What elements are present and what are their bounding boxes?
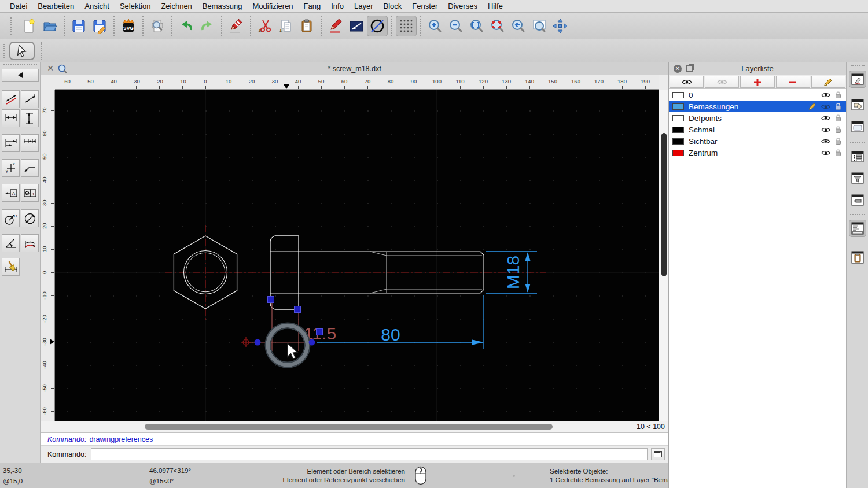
library-dock-button[interactable]	[849, 118, 866, 135]
h-ruler-label: 10	[220, 78, 237, 84]
pen-dock-button[interactable]	[849, 191, 866, 209]
layer-row-icons[interactable]	[821, 114, 841, 122]
edit-layer-button[interactable]	[811, 76, 845, 88]
clipboard-dock-button[interactable]	[849, 249, 866, 266]
layer-row-icons[interactable]	[821, 125, 841, 134]
select-tool-button[interactable]	[9, 42, 35, 60]
command-dock-button[interactable]	[849, 220, 866, 237]
dim-leader-button[interactable]	[21, 159, 39, 177]
palette-back-button[interactable]	[2, 69, 39, 82]
line-tool-button[interactable]	[346, 16, 367, 36]
palette-drag-handle[interactable]	[3, 64, 37, 65]
menu-item-diverses[interactable]: Diverses	[443, 2, 483, 10]
zoom-window-button[interactable]	[529, 16, 550, 36]
save-as-button[interactable]	[89, 16, 110, 36]
toolbar-drag-handle[interactable]	[10, 17, 15, 35]
filter-dock-button[interactable]	[849, 169, 866, 187]
layer-color-swatch[interactable]	[672, 103, 684, 110]
undo-button[interactable]	[176, 16, 197, 36]
dim-ordinate-button[interactable]: xy	[2, 159, 20, 177]
erase-button[interactable]	[226, 16, 247, 36]
command-input[interactable]	[91, 448, 648, 460]
menu-item-bemassung[interactable]: Bemassung	[197, 2, 248, 10]
menu-item-info[interactable]: Info	[326, 2, 349, 10]
layer-row-zentrum[interactable]: Zentrum	[669, 147, 846, 158]
menu-item-selektion[interactable]: Selektion	[115, 2, 156, 10]
zoom-out-button[interactable]	[446, 16, 466, 36]
open-file-button[interactable]	[39, 16, 60, 36]
dim-radius-button[interactable]: R	[2, 209, 20, 227]
pen-style-dock-button[interactable]	[849, 71, 866, 88]
layer-row-icons[interactable]	[821, 149, 841, 157]
dim-horizontal-button[interactable]	[2, 109, 20, 127]
layer-color-swatch[interactable]	[672, 115, 684, 121]
layer-row-defpoints[interactable]: Defpoints	[669, 112, 846, 124]
dim-vertical-button[interactable]	[21, 109, 39, 127]
svg-export-icon: SVG	[121, 19, 136, 34]
dim-label-button[interactable]: A	[2, 184, 20, 202]
menu-item-layer[interactable]: Layer	[349, 2, 378, 10]
dock-drag-handle[interactable]	[851, 65, 865, 66]
dim-continue-button[interactable]	[21, 134, 39, 152]
layer-row-schmal[interactable]: Schmal	[669, 124, 846, 135]
layer-color-swatch[interactable]	[672, 138, 684, 145]
dim-linear-button[interactable]	[21, 90, 39, 108]
export-svg-button[interactable]: SVG	[118, 16, 139, 36]
layer-color-swatch[interactable]	[672, 150, 684, 156]
blocks-dock-button[interactable]	[849, 96, 866, 113]
dim-angular-button[interactable]	[2, 234, 20, 252]
dim-baseline-button[interactable]	[2, 134, 20, 152]
show-all-layers-button[interactable]	[670, 76, 704, 88]
menu-item-datei[interactable]: Datei	[5, 2, 32, 10]
circle-tool-button[interactable]	[367, 16, 388, 36]
command-keyboard-button[interactable]	[651, 448, 665, 460]
menu-item-bearbeiten[interactable]: Bearbeiten	[32, 2, 79, 10]
zoom-selected-button[interactable]	[487, 16, 508, 36]
dim-diameter-button[interactable]	[21, 209, 39, 227]
layer-row-icons[interactable]	[821, 91, 841, 99]
save-button[interactable]	[68, 16, 89, 36]
horizontal-scrollbar-thumb[interactable]	[145, 424, 553, 430]
layer-color-swatch[interactable]	[672, 92, 684, 98]
dim-tolerance-button[interactable]: .1	[21, 184, 39, 202]
drawing-area[interactable]: M18 80 11.5	[55, 90, 659, 421]
print-preview-button[interactable]	[147, 16, 168, 36]
menu-item-hilfe[interactable]: Hilfe	[483, 2, 508, 10]
dim-erase-button[interactable]	[2, 258, 20, 276]
close-panel-icon[interactable]: ✕	[674, 65, 682, 73]
toolbar-drag-handle[interactable]	[3, 44, 6, 58]
layer-color-swatch[interactable]	[672, 127, 684, 133]
undock-panel-icon[interactable]	[686, 65, 693, 72]
layer-row-0[interactable]: 0	[669, 89, 846, 101]
menu-item-ansicht[interactable]: Ansicht	[79, 2, 115, 10]
menu-item-block[interactable]: Block	[378, 2, 407, 10]
vertical-scrollbar-thumb[interactable]	[661, 133, 667, 276]
menu-item-fang[interactable]: Fang	[299, 2, 326, 10]
layer-row-bemassungen[interactable]: Bemassungen	[669, 101, 846, 112]
zoom-in-button[interactable]	[425, 16, 446, 36]
hide-all-layers-button[interactable]	[705, 76, 739, 88]
horizontal-scrollbar[interactable]	[55, 423, 641, 431]
menu-item-modifizieren[interactable]: Modifizieren	[248, 2, 299, 10]
zoom-previous-button[interactable]	[508, 16, 529, 36]
grid-toggle-button[interactable]	[396, 16, 417, 36]
layer-row-icons[interactable]	[808, 102, 841, 110]
pan-button[interactable]	[550, 16, 571, 36]
pen-edit-button[interactable]	[325, 16, 346, 36]
layer-row-icons[interactable]	[821, 137, 841, 145]
menu-item-fenster[interactable]: Fenster	[407, 2, 443, 10]
redo-button[interactable]	[197, 16, 218, 36]
entity-list-dock-button[interactable]	[849, 148, 866, 165]
add-layer-button[interactable]	[740, 76, 774, 88]
copy-button[interactable]: +	[275, 16, 296, 36]
paste-button[interactable]	[296, 16, 317, 36]
menu-item-zeichnen[interactable]: Zeichnen	[156, 2, 197, 10]
layer-row-sichtbar[interactable]: Sichtbar	[669, 135, 846, 147]
vertical-scrollbar[interactable]	[659, 90, 668, 421]
dim-arc-button[interactable]	[21, 234, 39, 252]
cut-button[interactable]: +	[255, 16, 275, 36]
new-file-button[interactable]	[19, 16, 39, 36]
remove-layer-button[interactable]	[776, 76, 810, 88]
dim-aligned-button[interactable]	[2, 90, 20, 108]
zoom-auto-button[interactable]	[466, 16, 487, 36]
